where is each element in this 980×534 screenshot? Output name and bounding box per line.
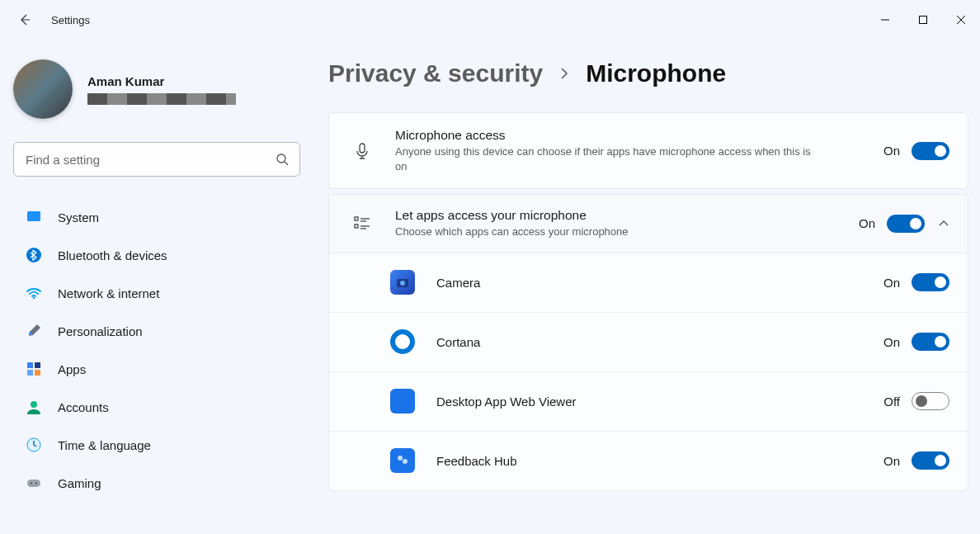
titlebar: Settings xyxy=(0,0,980,40)
app-name: Desktop App Web Viewer xyxy=(436,395,883,409)
sidebar-item-label: Time & language xyxy=(58,438,151,452)
sidebar-item-label: Accounts xyxy=(58,400,109,414)
back-button[interactable] xyxy=(12,7,38,33)
list-settings-icon xyxy=(347,215,377,233)
toggle-state-label: On xyxy=(883,454,900,468)
svg-rect-11 xyxy=(27,370,33,376)
toggle-microphone-access[interactable] xyxy=(912,142,949,160)
svg-point-16 xyxy=(31,483,32,484)
svg-rect-12 xyxy=(35,370,40,376)
app-name: Camera xyxy=(436,276,883,290)
content-pane: Privacy & security Microphone Microphone… xyxy=(313,40,980,534)
app-name: Cortana xyxy=(436,335,883,349)
toggle-state-label: Off xyxy=(883,395,900,409)
svg-point-26 xyxy=(400,281,405,286)
sidebar-item-label: Apps xyxy=(58,362,86,376)
apps-icon xyxy=(25,360,43,378)
arrow-left-icon xyxy=(18,13,31,26)
search-input[interactable] xyxy=(13,142,300,177)
svg-point-28 xyxy=(398,456,403,461)
nav-list: System Bluetooth & devices Network & int… xyxy=(13,200,300,500)
clock-globe-icon xyxy=(25,436,43,454)
card-subtitle: Anyone using this device can choose if t… xyxy=(395,144,824,173)
toggle-state-label: On xyxy=(859,216,875,230)
chevron-right-icon xyxy=(558,67,571,80)
svg-point-2 xyxy=(277,154,285,163)
sidebar-item-label: Personalization xyxy=(58,324,143,338)
sidebar-item-system[interactable]: System xyxy=(13,200,300,234)
svg-rect-1 xyxy=(920,17,927,24)
maximize-icon xyxy=(918,15,928,25)
maximize-button[interactable] xyxy=(904,7,942,33)
sidebar-item-bluetooth[interactable]: Bluetooth & devices xyxy=(13,238,300,272)
sidebar-item-label: Network & internet xyxy=(58,286,159,300)
sidebar-item-time-language[interactable]: Time & language xyxy=(13,428,300,462)
svg-point-13 xyxy=(31,401,37,408)
svg-rect-18 xyxy=(360,144,365,153)
sidebar-item-network[interactable]: Network & internet xyxy=(13,276,300,310)
generic-app-icon xyxy=(390,389,415,413)
minimize-icon xyxy=(880,15,890,25)
app-row-feedback-hub: Feedback Hub On xyxy=(329,431,968,490)
feedback-hub-app-icon xyxy=(390,448,415,473)
close-icon xyxy=(956,15,966,25)
sidebar-item-label: System xyxy=(58,210,99,224)
profile-block[interactable]: Aman Kumar xyxy=(13,59,300,119)
card-microphone-access: Microphone access Anyone using this devi… xyxy=(328,112,968,189)
svg-point-29 xyxy=(403,459,408,464)
toggle-app-desktop-web-viewer[interactable] xyxy=(912,392,949,410)
toggle-state-label: On xyxy=(883,144,900,158)
card-subtitle: Choose which apps can access your microp… xyxy=(395,224,824,239)
svg-rect-20 xyxy=(355,224,358,228)
sidebar: Aman Kumar System Bluetooth & devices Ne… xyxy=(0,40,313,534)
svg-rect-9 xyxy=(27,362,33,368)
camera-app-icon xyxy=(390,270,415,295)
profile-email-redacted xyxy=(87,93,236,105)
sidebar-item-personalization[interactable]: Personalization xyxy=(13,314,300,348)
bluetooth-icon xyxy=(25,246,43,264)
toggle-app-cortana[interactable] xyxy=(912,333,949,351)
card-title: Microphone access xyxy=(395,128,883,143)
breadcrumb: Privacy & security Microphone xyxy=(328,59,968,87)
app-row-camera: Camera On xyxy=(329,253,968,312)
svg-point-8 xyxy=(33,297,35,300)
minimize-button[interactable] xyxy=(866,7,904,33)
chevron-up-icon xyxy=(938,218,949,229)
close-button[interactable] xyxy=(942,7,980,33)
app-list: Camera On Cortana On Desktop App Web Vie… xyxy=(329,253,968,490)
toggle-state-label: On xyxy=(883,335,900,349)
search-wrap xyxy=(13,142,300,177)
breadcrumb-parent[interactable]: Privacy & security xyxy=(328,59,543,87)
card-title: Let apps access your microphone xyxy=(395,208,859,223)
search-icon xyxy=(276,153,289,166)
toggle-apps-access[interactable] xyxy=(887,215,925,233)
sidebar-item-label: Bluetooth & devices xyxy=(58,248,167,262)
gamepad-icon xyxy=(25,474,43,492)
toggle-app-feedback-hub[interactable] xyxy=(912,451,949,470)
paintbrush-icon xyxy=(25,322,43,340)
app-row-cortana: Cortana On xyxy=(329,312,968,371)
avatar xyxy=(13,59,73,119)
sidebar-item-gaming[interactable]: Gaming xyxy=(13,465,300,500)
svg-rect-6 xyxy=(27,211,40,221)
svg-rect-15 xyxy=(27,480,40,487)
microphone-icon xyxy=(347,142,377,160)
cortana-app-icon xyxy=(390,329,415,354)
svg-point-17 xyxy=(35,483,37,484)
app-name: Feedback Hub xyxy=(436,454,883,468)
sidebar-item-apps[interactable]: Apps xyxy=(13,352,300,386)
window-controls xyxy=(866,7,980,33)
monitor-icon xyxy=(25,208,43,226)
toggle-state-label: On xyxy=(883,276,900,290)
window-title: Settings xyxy=(51,14,90,26)
svg-rect-19 xyxy=(355,217,358,220)
apps-access-header[interactable]: Let apps access your microphone Choose w… xyxy=(329,195,968,253)
profile-name: Aman Kumar xyxy=(87,74,236,88)
person-icon xyxy=(25,398,43,416)
card-apps-access: Let apps access your microphone Choose w… xyxy=(328,194,968,491)
toggle-app-camera[interactable] xyxy=(912,273,949,291)
sidebar-item-label: Gaming xyxy=(58,476,101,490)
svg-line-3 xyxy=(285,162,288,165)
svg-rect-10 xyxy=(35,362,40,368)
sidebar-item-accounts[interactable]: Accounts xyxy=(13,390,300,424)
